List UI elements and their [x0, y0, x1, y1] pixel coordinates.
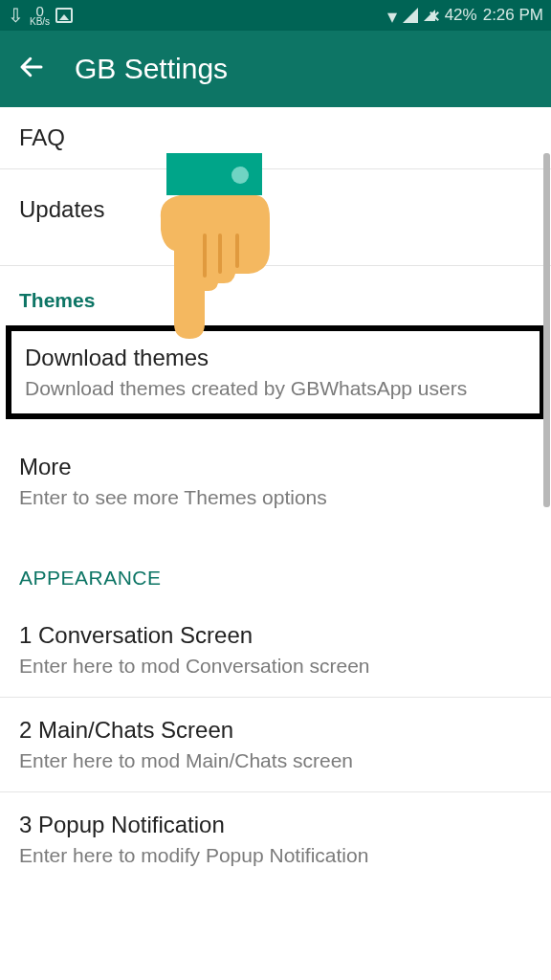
row-updates[interactable]: Updates — [0, 169, 551, 266]
picture-icon — [55, 8, 73, 23]
status-bar: ⇩ 0 KB/s ▾ 42% 2:26 PM — [0, 0, 551, 31]
clock-text: 2:26 PM — [483, 6, 543, 25]
scrollbar-thumb[interactable] — [543, 153, 550, 507]
battery-text: 42% — [445, 6, 477, 25]
main-sub: Enter here to mod Main/Chats screen — [19, 749, 532, 772]
wifi-icon: ▾ — [387, 5, 397, 28]
conv-sub: Enter here to mod Conversation screen — [19, 655, 532, 678]
network-speed: 0 KB/s — [30, 5, 50, 27]
popup-title: 3 Popup Notification — [19, 812, 532, 838]
download-themes-sub: Download themes created by GBWhatsApp us… — [25, 377, 526, 400]
signal-icon-1 — [403, 8, 418, 23]
row-download-themes[interactable]: Download themes Download themes created … — [6, 325, 545, 419]
main-title: 2 Main/Chats Screen — [19, 717, 532, 744]
row-updates-label: Updates — [19, 196, 532, 223]
app-bar: GB Settings — [0, 31, 551, 107]
row-popup-notification[interactable]: 3 Popup Notification Enter here to modif… — [0, 792, 551, 886]
row-faq[interactable]: FAQ — [0, 107, 551, 169]
row-more[interactable]: More Enter to see more Themes options — [0, 429, 551, 528]
section-appearance: APPEARANCE — [0, 528, 551, 603]
row-faq-label: FAQ — [19, 124, 532, 151]
more-title: More — [19, 454, 532, 480]
network-speed-value: 0 — [35, 5, 43, 18]
row-conversation-screen[interactable]: 1 Conversation Screen Enter here to mod … — [0, 603, 551, 698]
popup-sub: Enter here to modify Popup Notification — [19, 844, 532, 867]
section-themes: Themes — [0, 266, 551, 325]
network-speed-unit: KB/s — [30, 17, 50, 26]
page-title: GB Settings — [75, 53, 228, 85]
back-button[interactable] — [17, 53, 46, 85]
arrow-left-icon — [17, 53, 46, 81]
settings-list: FAQ Updates Themes Download themes Downl… — [0, 107, 551, 886]
no-signal-icon — [430, 11, 439, 21]
more-sub: Enter to see more Themes options — [19, 486, 532, 509]
download-icon: ⇩ — [8, 4, 24, 27]
row-main-chats-screen[interactable]: 2 Main/Chats Screen Enter here to mod Ma… — [0, 698, 551, 792]
status-left: ⇩ 0 KB/s — [8, 4, 73, 27]
conv-title: 1 Conversation Screen — [19, 622, 532, 649]
status-right: ▾ 42% 2:26 PM — [387, 4, 543, 27]
download-themes-title: Download themes — [25, 345, 526, 371]
